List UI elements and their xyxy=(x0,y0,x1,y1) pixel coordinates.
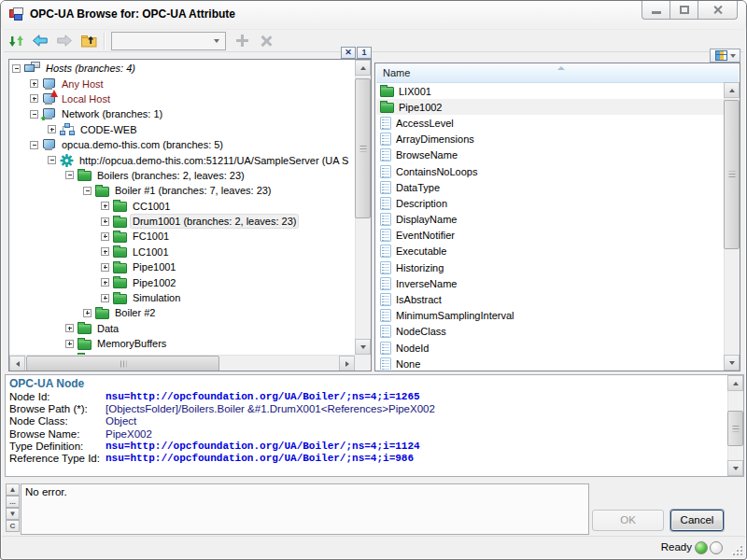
tree-expander-plus[interactable] xyxy=(101,263,109,272)
error-copy-button[interactable]: C xyxy=(6,520,20,532)
add-button[interactable] xyxy=(230,31,254,51)
scroll-up-button[interactable] xyxy=(724,82,740,98)
tree-expander-plus[interactable] xyxy=(30,94,38,103)
details-vscroll-thumb[interactable] xyxy=(727,411,743,446)
tree-item[interactable]: Hosts (branches: 4) xyxy=(10,61,356,76)
scroll-down-button[interactable] xyxy=(355,339,371,355)
scroll-down-button[interactable] xyxy=(727,460,743,476)
tree-item[interactable]: Drum1001 (branches: 2, leaves: 23) xyxy=(10,214,356,229)
tree-item[interactable]: Any Host xyxy=(10,76,356,91)
list-item-label: ContainsNoLoops xyxy=(396,166,477,177)
list-item[interactable]: ArrayDimensions xyxy=(376,132,725,147)
list-item[interactable]: InverseName xyxy=(376,275,725,291)
list-vscroll-thumb[interactable] xyxy=(724,100,740,249)
scroll-up-button[interactable] xyxy=(727,375,743,391)
refresh-button[interactable] xyxy=(4,31,28,51)
up-one-level-button[interactable] xyxy=(77,31,101,51)
list-item[interactable]: Historizing xyxy=(376,259,725,275)
tree-item[interactable]: Local Host xyxy=(10,91,356,106)
tree-expander-minus[interactable] xyxy=(30,141,38,149)
tree-item[interactable]: MemoryBuffers xyxy=(10,336,356,351)
tree-vscroll-thumb[interactable] xyxy=(355,78,371,218)
error-up-button[interactable]: ▲ xyxy=(6,483,20,496)
remove-button[interactable] xyxy=(254,31,278,51)
tree-vertical-scrollbar[interactable] xyxy=(355,60,371,355)
tree-item[interactable]: Data xyxy=(10,321,356,336)
details-vertical-scrollbar[interactable] xyxy=(727,375,743,476)
tree-hscroll-thumb[interactable] xyxy=(26,356,219,371)
tree-item[interactable]: FC1001 xyxy=(10,229,356,244)
ok-button[interactable]: OK xyxy=(592,510,664,531)
combobox-dropdown-button[interactable] xyxy=(209,34,224,49)
name-column-header[interactable]: Name xyxy=(376,64,739,83)
tree-expander-plus[interactable] xyxy=(83,309,92,317)
back-button[interactable] xyxy=(28,31,52,51)
tree-expander-minus[interactable] xyxy=(65,171,74,179)
tree-item[interactable]: http://opcua.demo-this.com:51211/UA/Samp… xyxy=(10,152,356,167)
tree-expander-plus[interactable] xyxy=(48,125,56,133)
tree-expander-plus[interactable] xyxy=(101,202,109,210)
tree-item[interactable]: Boiler #2 xyxy=(10,305,356,320)
tree-expander-minus[interactable] xyxy=(30,110,38,119)
tree-expander-plus[interactable] xyxy=(30,79,38,88)
list-item[interactable]: DataType xyxy=(376,179,725,195)
tree-item[interactable]: Pipe1002 xyxy=(10,274,356,289)
tree-item[interactable]: Boilers (branches: 2, leaves: 23) xyxy=(10,168,356,183)
tree-expander-minus[interactable] xyxy=(12,64,21,73)
tree-expander-minus[interactable] xyxy=(83,187,92,195)
error-down-button[interactable]: ▼ xyxy=(6,508,20,520)
tree-panel: Hosts (branches: 4)Any HostLocal HostNet… xyxy=(8,59,372,371)
tree-item[interactable]: Simulation xyxy=(10,290,356,305)
tree-item[interactable]: Boiler #1 (branches: 7, leaves: 23) xyxy=(10,183,356,198)
list-item[interactable]: NodeClass xyxy=(376,324,725,340)
error-more-button[interactable]: ... xyxy=(6,496,20,508)
scroll-up-button[interactable] xyxy=(355,60,371,76)
tree-tool-1[interactable]: 1 xyxy=(357,47,372,59)
list-item[interactable]: AccessLevel xyxy=(376,115,725,131)
list-item[interactable]: Description xyxy=(376,195,725,211)
list-item[interactable]: None xyxy=(376,356,725,370)
resize-grip[interactable] xyxy=(731,544,742,555)
list-item[interactable]: Pipe1002 xyxy=(376,99,725,115)
tree-expander-plus[interactable] xyxy=(65,340,74,348)
tree-item[interactable]: LC1001 xyxy=(10,245,356,259)
list-item[interactable]: BrowseName xyxy=(376,147,725,163)
list-item[interactable]: NodeId xyxy=(376,340,725,356)
list-item-label: Historizing xyxy=(396,262,444,273)
maximize-button[interactable] xyxy=(669,1,698,20)
tree-expander-minus[interactable] xyxy=(48,156,56,164)
close-button[interactable] xyxy=(698,1,738,20)
cancel-button[interactable]: Cancel xyxy=(670,510,724,531)
scroll-left-button[interactable] xyxy=(9,356,25,371)
scroll-down-button[interactable] xyxy=(724,355,740,371)
minimize-button[interactable] xyxy=(641,1,670,20)
tree-item[interactable]: Pipe1001 xyxy=(10,259,356,274)
tree-expander-plus[interactable] xyxy=(65,324,74,332)
tree-item[interactable]: opcua.demo-this.com (branches: 5) xyxy=(10,137,356,152)
tree-item[interactable]: Network (branches: 1) xyxy=(10,106,356,121)
tree-expander-plus[interactable] xyxy=(101,247,109,256)
forward-button[interactable] xyxy=(52,31,77,51)
tree-tool-x[interactable]: ✕ xyxy=(341,47,356,59)
list-item[interactable]: LIX001 xyxy=(376,83,725,99)
attr-icon xyxy=(380,133,391,146)
tree-expander-plus[interactable] xyxy=(101,278,109,287)
column-picker-button[interactable] xyxy=(710,49,740,63)
tree-item[interactable]: CC1001 xyxy=(10,199,356,214)
list-item[interactable]: Executable xyxy=(376,244,725,259)
scroll-right-button[interactable] xyxy=(339,356,355,371)
tree-expander-plus[interactable] xyxy=(101,294,109,302)
tree-item[interactable]: CODE-WEB xyxy=(10,122,356,137)
list-item[interactable]: IsAbstract xyxy=(376,291,725,307)
list-vertical-scrollbar[interactable] xyxy=(724,82,740,371)
tree-horizontal-scrollbar[interactable] xyxy=(9,355,355,371)
titlebar[interactable]: OPC-UA Browse for: OPC-UA Attribute xyxy=(1,1,746,28)
error-message-box[interactable]: No error. xyxy=(21,483,589,535)
address-combobox[interactable] xyxy=(111,32,226,50)
list-item[interactable]: ContainsNoLoops xyxy=(376,163,725,179)
tree-expander-plus[interactable] xyxy=(101,232,109,241)
list-item[interactable]: MinimumSamplingInterval xyxy=(376,308,725,324)
list-item[interactable]: DisplayName xyxy=(376,212,725,228)
tree-expander-plus[interactable] xyxy=(101,217,109,226)
list-item[interactable]: EventNotifier xyxy=(376,228,725,244)
